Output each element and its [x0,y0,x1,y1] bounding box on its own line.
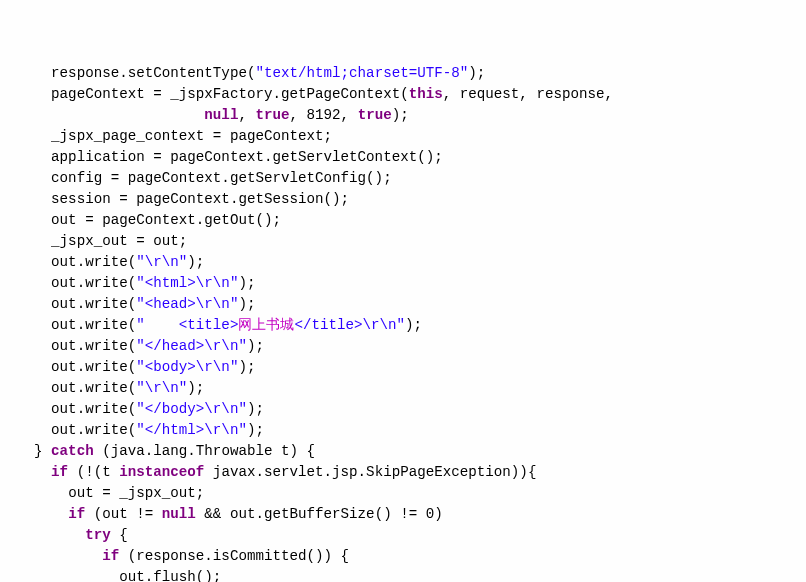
code-line: try { [0,525,806,546]
code-line: out.write("</html>\r\n"); [0,420,806,441]
token: out.write( [51,275,136,291]
token: out.write( [51,422,136,438]
code-line: } catch (java.lang.Throwable t) { [0,441,806,462]
code-line: out.write("</head>\r\n"); [0,336,806,357]
token: (response.isCommitted()) { [119,548,349,564]
code-line: if (out != null && out.getBufferSize() !… [0,504,806,525]
code-line: null, true, 8192, true); [0,105,806,126]
token: _jspx_out = out; [51,233,187,249]
token: out = pageContext.getOut(); [51,212,281,228]
token: ); [238,359,255,375]
token: out.write( [51,317,136,333]
token: "\r\n" [136,380,187,396]
token: session = pageContext.getSession(); [51,191,349,207]
code-line: config = pageContext.getServletConfig(); [0,168,806,189]
token: null [162,506,196,522]
token: ); [247,338,264,354]
code-line: response.setContentType("text/html;chars… [0,63,806,84]
token: out.write( [51,338,136,354]
code-block: response.setContentType("text/html;chars… [0,63,806,582]
code-line: out.write("<html>\r\n"); [0,273,806,294]
code-line: session = pageContext.getSession(); [0,189,806,210]
token: && out.getBufferSize() != 0) [196,506,443,522]
token: true [255,107,289,123]
token: try [85,527,111,543]
token: ); [247,401,264,417]
code-line: _jspx_page_context = pageContext; [0,126,806,147]
token: "</body>\r\n" [136,401,247,417]
token: ); [468,65,485,81]
token: response.setContentType( [51,65,255,81]
token: if [102,548,119,564]
token: instanceof [119,464,204,480]
token: catch [51,443,94,459]
code-line: out.flush(); [0,567,806,582]
code-line: out = pageContext.getOut(); [0,210,806,231]
token: null [204,107,238,123]
token: out.write( [51,254,136,270]
code-line: out.write("<head>\r\n"); [0,294,806,315]
token: ); [238,275,255,291]
token: this [409,86,443,102]
token: config = pageContext.getServletConfig(); [51,170,392,186]
token: _jspx_page_context = pageContext; [51,128,332,144]
code-line: out.write("\r\n"); [0,252,806,273]
token: "text/html;charset=UTF-8" [255,65,468,81]
code-line: out = _jspx_out; [0,483,806,504]
token: "<html>\r\n" [136,275,238,291]
token: "</head>\r\n" [136,338,247,354]
token: } [34,443,51,459]
code-line: out.write("</body>\r\n"); [0,399,806,420]
token: pageContext = _jspxFactory.getPageContex… [51,86,409,102]
token: javax.servlet.jsp.SkipPageException)){ [204,464,536,480]
token: if [51,464,68,480]
token: ); [187,380,204,396]
code-line: _jspx_out = out; [0,231,806,252]
token: , 8192, [290,107,358,123]
token: "<head>\r\n" [136,296,238,312]
token: out.flush(); [119,569,221,582]
token: (!(t [68,464,119,480]
token: ); [187,254,204,270]
code-line: pageContext = _jspxFactory.getPageContex… [0,84,806,105]
token: { [111,527,128,543]
token: out.write( [51,296,136,312]
code-line: if (response.isCommitted()) { [0,546,806,567]
code-line: out.write("\r\n"); [0,378,806,399]
token: ); [247,422,264,438]
token: true [358,107,392,123]
token: out.write( [51,359,136,375]
token: 网上书城 [238,317,294,333]
code-line: out.write("<body>\r\n"); [0,357,806,378]
token: ); [392,107,409,123]
token: (out != [85,506,162,522]
token: if [68,506,85,522]
token: " <title> [136,317,238,333]
token: </title>\r\n" [294,317,405,333]
code-line: if (!(t instanceof javax.servlet.jsp.Ski… [0,462,806,483]
token: ); [405,317,422,333]
token: , request, response, [443,86,613,102]
code-line: application = pageContext.getServletCont… [0,147,806,168]
token: "<body>\r\n" [136,359,238,375]
token: , [238,107,255,123]
token: out.write( [51,401,136,417]
token: ); [238,296,255,312]
token: out.write( [51,380,136,396]
token: "\r\n" [136,254,187,270]
token: "</html>\r\n" [136,422,247,438]
token: application = pageContext.getServletCont… [51,149,443,165]
token: out = _jspx_out; [68,485,204,501]
token: (java.lang.Throwable t) { [94,443,315,459]
code-line: out.write(" <title>网上书城</title>\r\n"); [0,315,806,336]
